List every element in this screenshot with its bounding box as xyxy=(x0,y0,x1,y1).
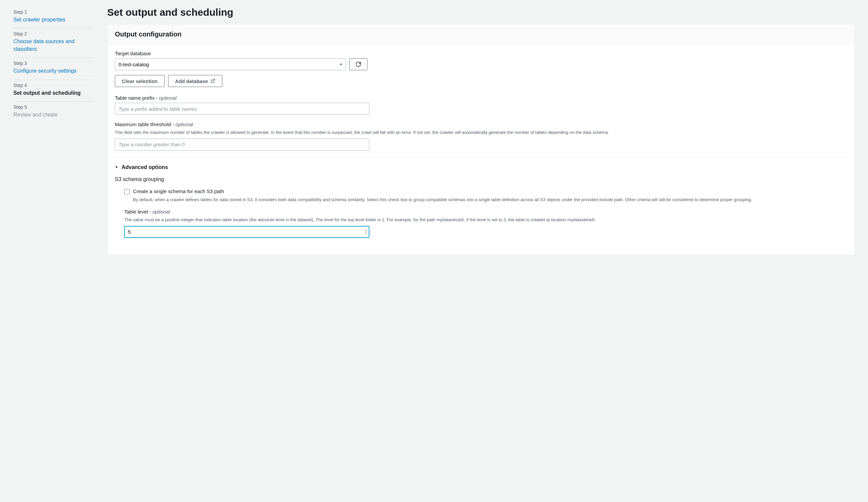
wizard-step-4: Step 4 Set output and scheduling xyxy=(13,80,94,102)
table-prefix-input[interactable] xyxy=(115,103,369,115)
step-title[interactable]: Set crawler properties xyxy=(13,16,94,23)
add-database-button[interactable]: Add database xyxy=(168,75,223,87)
step-title[interactable]: Choose data sources and classifiers xyxy=(13,38,94,53)
table-level-input[interactable] xyxy=(124,226,369,238)
single-schema-checkbox[interactable] xyxy=(124,189,130,195)
wizard-sidebar: Step 1 Set crawler properties Step 2 Cho… xyxy=(0,0,107,502)
step-title: Set output and scheduling xyxy=(13,90,94,97)
table-prefix-label: Table name prefix - optional xyxy=(115,95,847,101)
panel-header-title: Output configuration xyxy=(115,30,847,38)
wizard-step-1[interactable]: Step 1 Set crawler properties xyxy=(13,7,94,29)
wizard-step-5: Step 5 Review and create xyxy=(13,102,94,123)
refresh-button[interactable] xyxy=(349,58,368,70)
step-title[interactable]: Configure security settings xyxy=(13,67,94,75)
panel-header: Output configuration xyxy=(107,24,854,44)
step-title: Review and create xyxy=(13,111,94,118)
step-label: Step 5 xyxy=(13,104,94,110)
max-threshold-help: This field sets the maximum number of ta… xyxy=(115,129,847,136)
target-database-select[interactable]: 0-test-catalog xyxy=(115,58,346,70)
divider xyxy=(107,157,854,158)
step-label: Step 3 xyxy=(13,61,94,66)
single-schema-label[interactable]: Create a single schema for each S3 path xyxy=(133,188,224,194)
wizard-step-3[interactable]: Step 3 Configure security settings xyxy=(13,58,94,80)
step-label: Step 2 xyxy=(13,31,94,36)
add-database-label: Add database xyxy=(175,78,208,84)
page-title: Set output and scheduling xyxy=(107,7,855,18)
s3-schema-grouping-title: S3 schema grouping xyxy=(115,176,847,182)
step-label: Step 1 xyxy=(13,9,94,15)
single-schema-help: By default, when a crawler defines table… xyxy=(124,197,847,203)
output-configuration-panel: Output configuration Target database 0-t… xyxy=(107,24,855,255)
table-level-help: The value must be a positive integer tha… xyxy=(124,217,847,223)
advanced-options-label: Advanced options xyxy=(122,164,168,170)
advanced-options-toggle[interactable]: ▼ Advanced options xyxy=(115,164,847,170)
max-threshold-label: Maximum table threshold - optional xyxy=(115,122,847,127)
main-content: Set output and scheduling Output configu… xyxy=(107,0,868,502)
refresh-icon xyxy=(355,61,361,67)
step-label: Step 4 xyxy=(13,83,94,88)
table-level-label: Table level - optional xyxy=(124,209,847,215)
svg-line-0 xyxy=(213,79,215,81)
target-database-label: Target database xyxy=(115,51,847,56)
max-threshold-input[interactable] xyxy=(115,138,369,150)
clear-selection-button[interactable]: Clear selection xyxy=(115,75,165,87)
wizard-step-2[interactable]: Step 2 Choose data sources and classifie… xyxy=(13,29,94,58)
external-link-icon xyxy=(211,79,215,83)
caret-down-icon: ▼ xyxy=(115,165,118,169)
